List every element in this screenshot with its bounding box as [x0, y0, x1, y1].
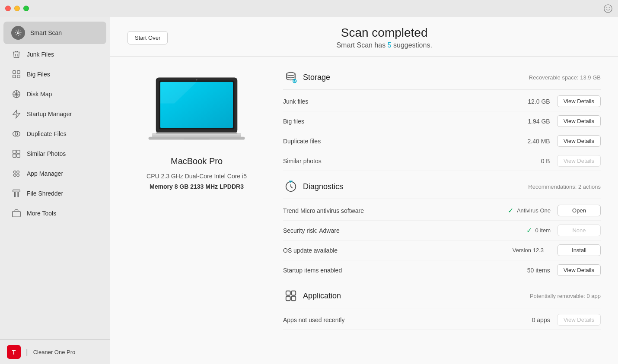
main-header: Start Over Scan completed Smart Scan has… — [110, 17, 618, 57]
svg-point-15 — [14, 171, 16, 174]
section-diagnostics: Diagnostics Recommendations: 2 actions T… — [283, 174, 601, 280]
svg-rect-30 — [156, 132, 238, 133]
sidebar-item-app-manager[interactable]: App Manager — [3, 164, 106, 183]
svg-rect-11 — [13, 150, 16, 153]
result-row-os-update: OS update available Version 12.3 Install — [283, 241, 601, 260]
result-row-junk-files: Junk files 12.0 GB View Details — [283, 92, 601, 111]
svg-point-16 — [17, 171, 19, 174]
more-tools-icon — [11, 208, 22, 218]
section-diagnostics-meta: Recommendations: 2 actions — [528, 184, 601, 190]
result-row-startup-items: Startup items enabled 50 items View Deta… — [283, 260, 601, 280]
big-files-icon — [11, 69, 22, 79]
app-manager-icon — [11, 168, 22, 179]
brand-name: Cleaner One Pro — [33, 349, 76, 355]
sidebar-label-smart-scan: Smart Scan — [30, 29, 62, 36]
junk-files-view-details-btn[interactable]: View Details — [557, 95, 601, 107]
sidebar-item-startup-manager[interactable]: Startup Manager — [3, 104, 106, 123]
junk-files-label: Junk files — [283, 98, 511, 105]
close-button[interactable] — [5, 6, 11, 11]
adware-label: Security risk: Adware — [283, 227, 526, 234]
os-install-btn[interactable]: Install — [557, 244, 601, 256]
os-update-label: OS update available — [283, 247, 513, 254]
sidebar-item-junk-files[interactable]: Junk Files — [3, 45, 106, 64]
section-application-header: Application Potentially removable: 0 app — [283, 284, 601, 308]
device-memory: Memory 8 GB 2133 MHz LPDDR3 — [150, 183, 244, 190]
sidebar-item-smart-scan[interactable]: Smart Scan — [3, 22, 106, 44]
section-application-title: Application — [303, 291, 341, 301]
face-icon — [603, 4, 613, 13]
app-body: Smart Scan Junk Files — [0, 17, 618, 364]
big-files-view-details-btn[interactable]: View Details — [557, 115, 601, 127]
sidebar-item-file-shredder[interactable]: File Shredder — [3, 184, 106, 203]
results-panel: Storage Recoverable space: 13.9 GB Junk … — [283, 65, 601, 355]
sidebar-item-duplicate-files[interactable]: Duplicate Files — [3, 124, 106, 143]
duplicate-files-value: 2.40 MB — [511, 138, 550, 145]
scan-subtitle: Smart Scan has 5 suggestions. — [168, 41, 601, 49]
sidebar-item-big-files[interactable]: Big Files — [3, 65, 106, 84]
result-row-apps-not-used: Apps not used recently 0 apps View Detai… — [283, 310, 601, 330]
svg-rect-19 — [13, 190, 20, 192]
maximize-button[interactable] — [23, 6, 29, 11]
section-application: Application Potentially removable: 0 app… — [283, 284, 601, 330]
result-row-antivirus: Trend Micro antivirus software ✓ Antivir… — [283, 201, 601, 221]
section-diagnostics-title: Diagnostics — [303, 182, 343, 191]
sidebar-footer: T | Cleaner One Pro — [0, 339, 110, 364]
junk-files-value: 12.0 GB — [511, 98, 550, 105]
device-cpu: CPU 2.3 GHz Dual-Core Intel Core i5 — [147, 171, 247, 182]
antivirus-label: Trend Micro antivirus software — [283, 207, 508, 214]
sidebar-label-more-tools: More Tools — [27, 210, 56, 217]
svg-rect-5 — [17, 71, 20, 73]
sidebar-label-file-shredder: File Shredder — [27, 190, 63, 197]
main-content: Start Over Scan completed Smart Scan has… — [110, 17, 618, 364]
similar-photos-icon — [11, 149, 22, 159]
subtitle-before: Smart Scan has — [336, 41, 387, 49]
result-row-similar-photos: Similar photos 0 B View Details — [283, 151, 601, 171]
apps-not-used-view-details-btn[interactable]: View Details — [557, 314, 601, 326]
section-diagnostics-header: Diagnostics Recommendations: 2 actions — [283, 174, 601, 199]
big-files-label: Big files — [283, 118, 511, 125]
section-storage-header: Storage Recoverable space: 13.9 GB — [283, 65, 601, 90]
sidebar-label-startup-manager: Startup Manager — [27, 111, 72, 117]
svg-rect-6 — [13, 75, 16, 78]
scan-completed-title: Scan completed — [168, 26, 601, 40]
svg-rect-38 — [286, 296, 290, 301]
device-specs: CPU 2.3 GHz Dual-Core Intel Core i5 Memo… — [147, 171, 247, 192]
device-panel: MacBook Pro CPU 2.3 GHz Dual-Core Intel … — [127, 65, 266, 355]
storage-icon — [283, 70, 299, 85]
svg-rect-36 — [286, 291, 290, 295]
svg-point-33 — [287, 73, 295, 76]
result-row-adware: Security risk: Adware ✓ 0 item None — [283, 221, 601, 241]
macbook-illustration — [145, 74, 248, 148]
similar-photos-value: 0 B — [511, 158, 550, 165]
sidebar: Smart Scan Junk Files — [0, 17, 110, 364]
big-files-value: 1.94 GB — [511, 118, 550, 125]
startup-items-view-details-btn[interactable]: View Details — [557, 264, 601, 276]
smart-scan-icon — [11, 26, 25, 40]
section-storage-meta: Recoverable space: 13.9 GB — [529, 74, 601, 81]
sidebar-item-disk-map[interactable]: Disk Map — [3, 85, 106, 104]
svg-text:T: T — [12, 349, 16, 356]
minimize-button[interactable] — [14, 6, 20, 11]
start-over-button[interactable]: Start Over — [127, 31, 168, 44]
svg-rect-32 — [184, 139, 210, 139]
diagnostics-icon — [283, 179, 299, 194]
similar-photos-view-details-btn[interactable]: View Details — [557, 155, 601, 167]
adware-none-btn[interactable]: None — [557, 225, 601, 236]
sidebar-item-similar-photos[interactable]: Similar Photos — [3, 144, 106, 163]
svg-rect-13 — [13, 154, 16, 157]
sidebar-label-similar-photos: Similar Photos — [27, 150, 66, 157]
startup-items-value: 50 items — [511, 267, 550, 274]
duplicate-files-icon — [11, 129, 22, 139]
startup-items-label: Startup items enabled — [283, 267, 511, 274]
sidebar-nav: Smart Scan Junk Files — [0, 17, 110, 339]
antivirus-open-btn[interactable]: Open — [557, 205, 601, 216]
sidebar-label-app-manager: App Manager — [27, 170, 63, 177]
result-row-duplicate-files: Duplicate files 2.40 MB View Details — [283, 131, 601, 151]
sidebar-label-disk-map: Disk Map — [27, 91, 52, 98]
svg-rect-20 — [13, 211, 20, 217]
sidebar-item-more-tools[interactable]: More Tools — [3, 204, 106, 223]
antivirus-product-label: Antivirus One — [517, 207, 551, 214]
svg-point-3 — [17, 32, 19, 34]
duplicate-files-label: Duplicate files — [283, 138, 511, 145]
duplicate-files-view-details-btn[interactable]: View Details — [557, 135, 601, 147]
